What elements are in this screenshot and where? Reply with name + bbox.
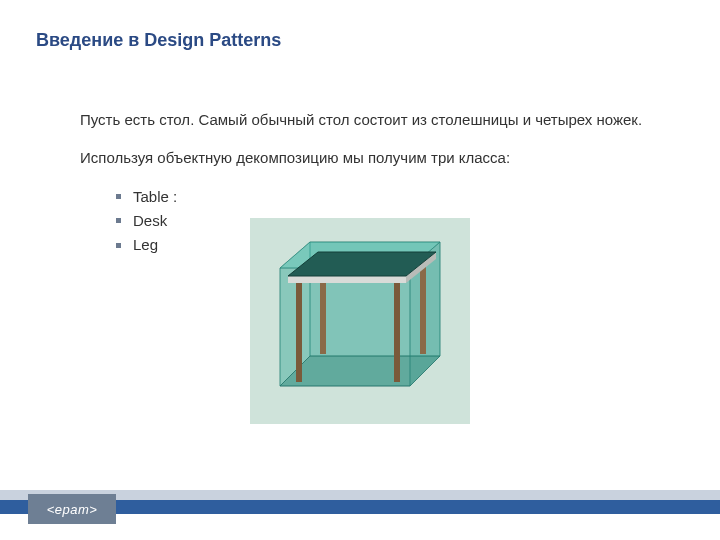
bullet-icon bbox=[116, 243, 121, 248]
paragraph-1: Пусть есть стол. Самый обычный стол сост… bbox=[80, 110, 660, 130]
svg-rect-9 bbox=[420, 258, 426, 354]
list-item-label: Table : bbox=[133, 187, 177, 207]
slide-title: Введение в Design Patterns bbox=[36, 30, 281, 51]
svg-rect-6 bbox=[296, 278, 302, 382]
list-item-label: Leg bbox=[133, 235, 158, 255]
epam-logo: <epam> bbox=[28, 494, 116, 524]
bullet-icon bbox=[116, 218, 121, 223]
list-item: Table : bbox=[116, 187, 660, 207]
svg-rect-7 bbox=[394, 278, 400, 382]
slide: Введение в Design Patterns Пусть есть ст… bbox=[0, 0, 720, 540]
logo-text: <epam> bbox=[47, 502, 98, 517]
table-illustration bbox=[250, 218, 470, 424]
table-svg bbox=[260, 228, 460, 414]
list-item-label: Desk bbox=[133, 211, 167, 231]
paragraph-2: Используя объектную декомпозицию мы полу… bbox=[80, 148, 660, 168]
bullet-icon bbox=[116, 194, 121, 199]
svg-marker-11 bbox=[288, 276, 406, 283]
